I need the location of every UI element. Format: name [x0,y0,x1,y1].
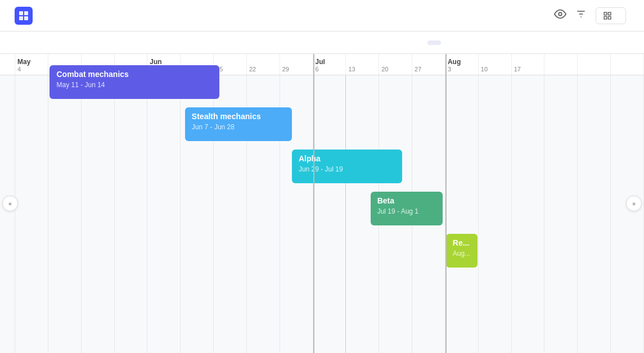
week-cell-8: 29 [280,54,313,75]
bar-combat-dates: May 11 - Jun 14 [56,81,213,89]
bar-release-title: Re... [453,238,471,248]
svg-rect-1 [24,11,28,15]
grid-col-16 [544,75,578,353]
week-cell-11: 20 [379,54,412,75]
grid-body [0,75,644,353]
week-cell-12: 27 [412,54,445,75]
quarter-bar [0,31,644,54]
bar-stealth-dates: Jun 7 - Jun 28 [192,123,285,131]
svg-rect-3 [24,16,28,20]
header-right [554,7,635,24]
week-cell-spacer [0,54,15,75]
bar-combat[interactable]: Combat mechanicsMay 11 - Jun 14 [49,65,219,99]
grid-col-spacer [0,75,15,353]
grid-col-18 [611,75,644,353]
header-left [9,7,547,25]
filter-icon[interactable] [575,8,587,22]
grid-col-17 [578,75,611,353]
bar-stealth-title: Stealth mechanics [192,112,285,121]
bar-stealth[interactable]: Stealth mechanicsJun 7 - Jun 28 [185,107,292,141]
week-cell-9: Jul6 [313,54,346,75]
grid-col-1 [48,75,82,353]
week-cell-7: 22 [247,54,280,75]
svg-rect-8 [604,12,607,15]
week-cell-0: May4 [15,54,48,75]
grid-col-4 [147,75,181,353]
bar-alpha-dates: Jun 29 - Jul 19 [299,165,395,173]
timeline-button[interactable] [596,7,626,24]
grid-col-9 [313,75,346,353]
nav-next-button[interactable] [631,42,637,44]
nav-prev-button[interactable] [619,42,626,44]
svg-rect-11 [608,16,611,19]
bar-release-dates: Aug... [453,250,471,257]
header [0,0,644,31]
grid-col-2 [82,75,115,353]
week-cell-14: 10 [479,54,512,75]
week-cell-15: 17 [512,54,545,75]
bar-release[interactable]: Re...Aug... [446,234,478,268]
svg-rect-10 [604,16,607,19]
grid-col-13 [445,75,479,353]
svg-rect-2 [19,16,23,20]
calendar-area: May4111825Jun18152229Jul6132027Aug31017 … [0,54,644,353]
eye-icon[interactable] [554,8,566,23]
week-cell-10: 13 [346,54,379,75]
svg-rect-9 [608,12,611,15]
bar-beta-dates: Jul 19 - Aug 1 [377,207,436,215]
bar-beta[interactable]: BetaJul 19 - Aug 1 [371,192,443,225]
bar-alpha[interactable]: AlphaJun 29 - Jul 19 [292,150,402,183]
app-logo [15,7,33,25]
week-cell-18 [611,54,644,75]
grid-col-0 [15,75,48,353]
svg-rect-0 [19,11,23,15]
quarter-selector[interactable] [427,40,441,45]
grid-col-14 [479,75,512,353]
svg-point-4 [559,12,562,16]
week-cell-13: Aug3 [445,54,479,75]
grid-col-15 [512,75,545,353]
bar-alpha-title: Alpha [299,154,395,164]
bar-beta-title: Beta [377,196,436,206]
week-cell-16 [544,54,578,75]
nav-right-button[interactable]: » [626,196,642,211]
today-nav [615,42,637,44]
grid-col-3 [115,75,148,353]
bar-combat-title: Combat mechanics [56,70,213,79]
week-cell-17 [578,54,611,75]
nav-left-button[interactable]: « [2,196,18,211]
